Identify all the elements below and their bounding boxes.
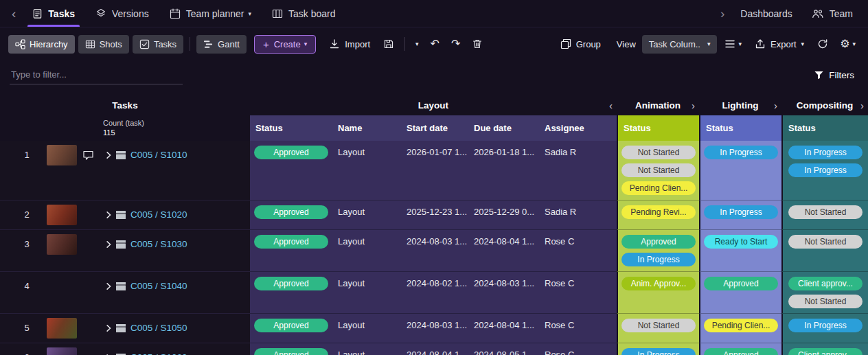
layout-assignee-cell[interactable]: Rose C: [539, 230, 617, 272]
column-header-due-date[interactable]: Due date: [468, 123, 539, 133]
status-pill-anim_approved[interactable]: Anim. Approv...: [621, 277, 696, 290]
filters-button[interactable]: Filters: [810, 69, 858, 81]
layout-assignee-cell[interactable]: Sadia R: [539, 141, 617, 201]
import-button[interactable]: Import: [323, 34, 376, 54]
tab-team-planner[interactable]: Team planner ▾: [159, 0, 262, 27]
shot-thumbnail[interactable]: [47, 347, 77, 355]
layout-assignee-cell[interactable]: Rose C: [539, 272, 617, 314]
save-button[interactable]: [379, 36, 398, 52]
tab-versions[interactable]: Versions: [85, 0, 159, 27]
shot-thumbnail[interactable]: [47, 234, 77, 255]
expand-chevron-icon[interactable]: [104, 240, 113, 249]
expand-compositing-chevron-icon[interactable]: ›: [860, 100, 864, 111]
forward-chevron-icon[interactable]: ›: [714, 7, 731, 20]
gantt-button[interactable]: Gantt: [196, 35, 247, 54]
status-pill-inprogress[interactable]: In Progress: [621, 348, 696, 355]
status-pill-notstarted[interactable]: Not Started: [621, 319, 696, 332]
expand-animation-chevron-icon[interactable]: ›: [692, 100, 695, 111]
layout-name-cell[interactable]: Layout: [332, 314, 401, 343]
redo-button[interactable]: ↷: [447, 36, 464, 52]
layout-start-date-cell[interactable]: 2024-08-04 1...: [401, 343, 468, 355]
lighting-status-header[interactable]: Status: [699, 115, 781, 141]
layout-assignee-cell[interactable]: Sadia R: [539, 201, 617, 230]
layout-name-cell[interactable]: Layout: [332, 343, 401, 355]
delete-button[interactable]: [468, 36, 487, 52]
layout-due-date-cell[interactable]: 2024-08-05 1...: [468, 343, 539, 355]
animation-status-header[interactable]: Status: [617, 115, 699, 141]
group-button[interactable]: Group: [555, 34, 606, 54]
comment-icon[interactable]: [82, 150, 96, 161]
create-button[interactable]: + Create ▾: [254, 35, 316, 54]
shot-label[interactable]: C005 / S1050: [130, 323, 187, 333]
layout-assignee-cell[interactable]: Rose C: [539, 314, 617, 343]
status-pill-inprogress[interactable]: In Progress: [704, 146, 778, 159]
status-pill-client[interactable]: Client approv...: [788, 348, 863, 355]
status-pill-client[interactable]: Client approv...: [788, 277, 863, 290]
layout-start-date-cell[interactable]: 2024-08-03 1...: [401, 230, 468, 272]
layout-assignee-cell[interactable]: Rose C: [539, 343, 617, 355]
nav-dashboards[interactable]: Dashboards: [731, 0, 802, 27]
layout-due-date-cell[interactable]: 2025-12-29 0...: [468, 201, 539, 230]
status-pill-approved[interactable]: Approved: [621, 235, 696, 249]
status-pill-notstarted[interactable]: Not Started: [788, 205, 863, 219]
shot-thumbnail[interactable]: [47, 205, 77, 225]
status-pill-approved[interactable]: Approved: [254, 277, 328, 290]
status-pill-ready[interactable]: Ready to Start: [704, 235, 778, 249]
collapse-layout-chevron-icon[interactable]: ‹: [609, 100, 613, 111]
expand-chevron-icon[interactable]: [104, 211, 113, 219]
status-pill-pending[interactable]: Pending Clien...: [621, 181, 696, 195]
layout-due-date-cell[interactable]: 2024-08-04 1...: [468, 314, 539, 343]
back-chevron-icon[interactable]: ‹: [5, 7, 22, 20]
status-pill-approved[interactable]: Approved: [254, 319, 328, 332]
status-pill-inprogress[interactable]: In Progress: [788, 163, 863, 177]
layout-start-date-cell[interactable]: 2024-08-02 1...: [401, 272, 468, 314]
nav-team[interactable]: Team: [802, 0, 863, 27]
status-pill-inprogress[interactable]: In Progress: [788, 146, 863, 159]
layout-start-date-cell[interactable]: 2024-08-03 1...: [401, 314, 468, 343]
status-pill-approved[interactable]: Approved: [704, 277, 778, 290]
shot-label[interactable]: C005 / S1030: [130, 239, 187, 249]
status-pill-pending[interactable]: Pending Revi...: [621, 205, 696, 219]
layout-name-cell[interactable]: Layout: [332, 201, 401, 230]
layout-start-date-cell[interactable]: 2026-01-07 1...: [401, 141, 468, 201]
shot-thumbnail[interactable]: [47, 318, 77, 339]
status-pill-notstarted[interactable]: Not Started: [621, 146, 696, 159]
shots-button[interactable]: Shots: [78, 35, 129, 54]
column-header-assignee[interactable]: Assignee: [539, 123, 617, 133]
columns-select[interactable]: Task Colum.. ▾: [642, 35, 718, 54]
status-pill-notstarted[interactable]: Not Started: [788, 295, 863, 308]
refresh-button[interactable]: [813, 36, 832, 52]
status-pill-approved[interactable]: Approved: [254, 205, 328, 219]
status-pill-approved[interactable]: Approved: [704, 348, 778, 355]
layout-due-date-cell[interactable]: 2024-08-04 1...: [468, 230, 539, 272]
layout-name-cell[interactable]: Layout: [332, 141, 401, 201]
compositing-status-header[interactable]: Status: [781, 115, 868, 141]
tab-task-board[interactable]: Task board: [262, 0, 345, 27]
shot-label[interactable]: C005 / S1010: [130, 150, 187, 160]
status-pill-approved[interactable]: Approved: [254, 146, 328, 159]
list-view-button[interactable]: ▾: [720, 36, 746, 52]
tab-tasks[interactable]: Tasks: [22, 0, 85, 27]
shot-label[interactable]: C005 / S1020: [130, 209, 187, 220]
status-pill-approved[interactable]: Approved: [254, 235, 328, 249]
status-pill-notstarted[interactable]: Not Started: [621, 163, 696, 177]
layout-name-cell[interactable]: Layout: [332, 230, 401, 272]
layout-due-date-cell[interactable]: 2024-08-03 1...: [468, 272, 539, 314]
status-pill-pending[interactable]: Pending Clien...: [704, 319, 778, 332]
status-pill-inprogress[interactable]: In Progress: [621, 253, 696, 266]
filter-input[interactable]: [10, 65, 183, 84]
status-pill-notstarted[interactable]: Not Started: [788, 235, 863, 249]
shot-label[interactable]: C005 / S1060: [130, 352, 187, 355]
layout-due-date-cell[interactable]: 2026-01-18 1...: [468, 141, 539, 201]
column-header-status[interactable]: Status: [250, 123, 332, 133]
expand-chevron-icon[interactable]: [104, 151, 113, 159]
undo-button[interactable]: ↶: [426, 36, 444, 52]
expand-chevron-icon[interactable]: [104, 282, 113, 290]
tasks-button[interactable]: Tasks: [133, 35, 183, 54]
export-button[interactable]: Export ▾: [749, 34, 810, 54]
status-pill-approved[interactable]: Approved: [254, 348, 328, 355]
status-pill-inprogress[interactable]: In Progress: [788, 319, 863, 332]
layout-start-date-cell[interactable]: 2025-12-23 1...: [401, 201, 468, 230]
save-dropdown-button[interactable]: ▾: [411, 38, 423, 50]
column-header-name[interactable]: Name: [332, 123, 401, 133]
